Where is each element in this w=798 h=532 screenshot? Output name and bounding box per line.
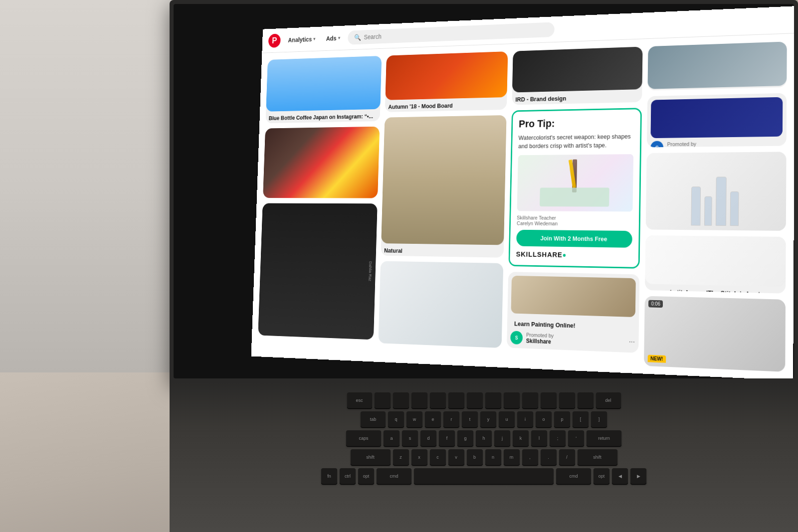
key-s: s: [402, 430, 418, 446]
teacher-name: Carelyn Wiedeman: [517, 220, 632, 227]
key-bracket-l: [: [573, 411, 589, 427]
learn-painting-promoted: S Promoted by Skillshare ···: [510, 331, 635, 349]
masonry-col-4: Home C Promoted by Casper: [644, 41, 787, 371]
key-q: q: [388, 411, 404, 427]
pin-pants[interactable]: Dahlia Raz: [258, 203, 377, 340]
pin-flasks[interactable]: [646, 152, 787, 231]
skillshare-avatar: S: [510, 331, 523, 345]
casper-promoted-section: C Promoted by Casper ···: [650, 140, 783, 147]
key-period: .: [541, 449, 557, 465]
key-z: z: [393, 449, 409, 465]
video-time-badge: 0:06: [648, 300, 663, 308]
skillshare-dot: [563, 254, 566, 257]
pin-learn-painting[interactable]: Learn Painting Online! S Promoted by Ski…: [507, 272, 639, 354]
pin-casper-promoted[interactable]: C Promoted by Casper ···: [647, 93, 787, 148]
pin-natural[interactable]: Natural: [381, 115, 506, 258]
key-row-5: fn ctrl opt cmd cmd opt ◀ ▶: [190, 468, 778, 484]
promoted-skillshare-name: Skillshare: [526, 338, 554, 345]
key-cmd-l: cmd: [377, 468, 411, 484]
pin-label-coffee: Blue Bottle Coffee Japan on Instagram: “…: [265, 109, 380, 123]
key-f12: [578, 392, 594, 408]
key-slash: /: [559, 449, 575, 465]
key-f8: [504, 392, 520, 408]
new-badge: NEW!: [648, 355, 666, 362]
laptop-body: P Analytics ▾ Ads ▾ 🔍: [170, 0, 798, 382]
laptop-keyboard: esc del tab q w e r t y u i o p: [170, 382, 798, 532]
pin-ird-brand[interactable]: IRD - Brand design: [512, 47, 642, 105]
key-k: k: [513, 430, 529, 446]
screen-bezel: P Analytics ▾ Ads ▾ 🔍: [174, 4, 794, 378]
key-f6: [467, 392, 483, 408]
learn-painting-label: Learn Painting Online!: [511, 316, 635, 333]
casper-promoted-name: Casper: [667, 147, 696, 147]
key-semicolon: ;: [550, 430, 566, 446]
key-g: g: [457, 430, 473, 446]
nav-item-analytics[interactable]: Analytics ▾: [285, 32, 319, 46]
casper-promoted-label: Promoted by: [667, 141, 697, 147]
key-row-3: caps a s d f g h j k l ; ' return: [190, 430, 778, 446]
key-ctrl: ctrl: [340, 468, 356, 484]
pinterest-logo[interactable]: P: [268, 33, 281, 48]
pinterest-screen: P Analytics ▾ Ads ▾ 🔍: [251, 6, 794, 378]
pin-bottles[interactable]: [263, 127, 380, 198]
key-shift-r: shift: [578, 449, 617, 465]
key-caps: caps: [346, 430, 381, 446]
search-bar[interactable]: 🔍: [348, 22, 555, 45]
key-row-4: shift z x c v b n m , . / shift: [190, 449, 778, 465]
pin-stitch[interactable]: concept stitches — 'The Stitch is Lost U…: [645, 235, 786, 294]
pin-autumn-mood[interactable]: Autumn '18 - Mood Board: [385, 51, 508, 112]
key-c: c: [430, 449, 446, 465]
pin-coffee-japan[interactable]: Blue Bottle Coffee Japan on Instagram: “…: [265, 56, 382, 123]
nav-item-ads[interactable]: Ads ▾: [323, 31, 343, 44]
pin-bathroom[interactable]: [378, 261, 503, 348]
key-h: h: [476, 430, 492, 446]
key-tab: tab: [361, 411, 386, 427]
key-y: y: [480, 411, 496, 427]
pin-label-natural: Natural: [381, 243, 504, 258]
search-icon: 🔍: [354, 33, 361, 41]
key-j: j: [494, 430, 510, 446]
masonry-col-1: Blue Bottle Coffee Japan on Instagram: “…: [257, 56, 382, 355]
pro-tip-title: Pro Tip:: [519, 116, 634, 130]
key-right-arrow: ▶: [630, 468, 646, 484]
casper-more-options-icon[interactable]: ···: [776, 142, 783, 148]
key-e: e: [425, 411, 441, 427]
key-opt-r: opt: [594, 468, 609, 484]
key-f5: [448, 392, 464, 408]
key-f1: [375, 392, 391, 408]
key-f2: [393, 392, 409, 408]
key-f3: [411, 392, 427, 408]
key-row-1: esc del: [190, 392, 778, 408]
skillshare-ad-card[interactable]: Pro Tip: Watercolorist's secret weapon: …: [508, 108, 641, 269]
key-d: d: [420, 430, 436, 446]
key-x: x: [411, 449, 427, 465]
key-f9: [522, 392, 538, 408]
pro-tip-text: Watercolorist's secret weapon: keep shap…: [518, 132, 634, 151]
skillshare-image: [517, 154, 634, 211]
pin-label-autumn: Autumn '18 - Mood Board: [385, 97, 507, 112]
key-n: n: [485, 449, 501, 465]
pin-home[interactable]: Home: [647, 41, 787, 90]
search-input[interactable]: [364, 26, 547, 40]
masonry-col-3: IRD - Brand design Pro Tip: Watercoloris…: [506, 47, 642, 366]
key-comma: ,: [522, 449, 538, 465]
key-esc: esc: [347, 392, 372, 408]
key-r: r: [443, 411, 459, 427]
analytics-chevron-icon: ▾: [313, 36, 315, 41]
content-area: Blue Bottle Coffee Japan on Instagram: “…: [251, 33, 794, 378]
more-options-icon[interactable]: ···: [629, 338, 635, 347]
key-i: i: [517, 411, 533, 427]
key-space: [414, 468, 554, 484]
join-btn[interactable]: Join With 2 Months Free: [516, 230, 632, 248]
key-u: u: [499, 411, 515, 427]
masonry-grid: Blue Bottle Coffee Japan on Instagram: “…: [251, 33, 794, 378]
key-cmd-r: cmd: [556, 468, 591, 484]
skillshare-logo: SKILLSHARE: [516, 250, 632, 261]
key-w: w: [406, 411, 422, 427]
key-return: return: [587, 430, 621, 446]
skillshare-logo-text: SKILLSHARE: [516, 250, 563, 259]
analytics-label: Analytics: [288, 35, 312, 43]
key-fn: fn: [321, 468, 337, 484]
key-f4: [430, 392, 446, 408]
pin-video[interactable]: 0:06 NEW!: [644, 296, 786, 371]
